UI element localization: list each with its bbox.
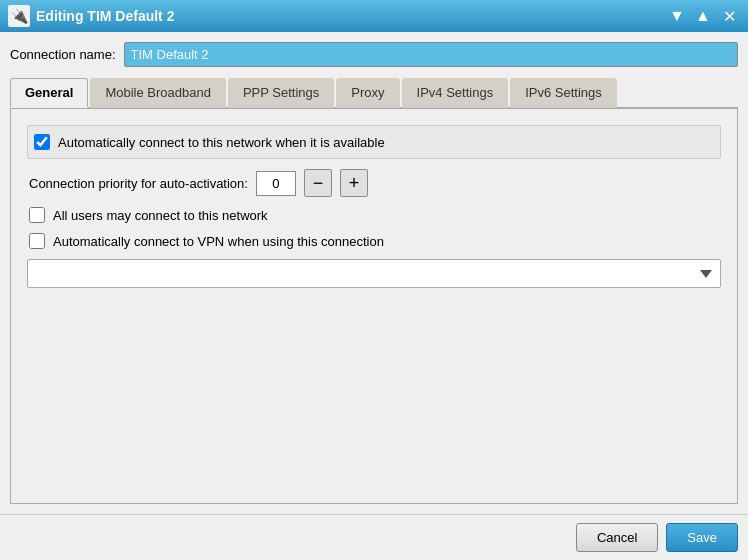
minimize-button[interactable]: ▼ [666, 5, 688, 27]
auto-connect-checkbox[interactable] [34, 134, 50, 150]
app-icon: 🔌 [8, 5, 30, 27]
window-title: Editing TIM Default 2 [36, 8, 174, 24]
save-button[interactable]: Save [666, 523, 738, 552]
connection-name-row: Connection name: [10, 42, 738, 67]
auto-vpn-checkbox[interactable] [29, 233, 45, 249]
vpn-dropdown[interactable] [27, 259, 721, 288]
auto-connect-label[interactable]: Automatically connect to this network wh… [58, 135, 385, 150]
decrement-button[interactable]: − [304, 169, 332, 197]
auto-connect-row: Automatically connect to this network wh… [27, 125, 721, 159]
connection-name-input[interactable] [124, 42, 738, 67]
close-button[interactable]: ✕ [718, 5, 740, 27]
tab-ipv4-settings[interactable]: IPv4 Settings [402, 78, 509, 108]
connection-name-label: Connection name: [10, 47, 116, 62]
all-users-label[interactable]: All users may connect to this network [53, 208, 268, 223]
tabs-bar: General Mobile Broadband PPP Settings Pr… [10, 77, 738, 109]
cancel-button[interactable]: Cancel [576, 523, 658, 552]
maximize-button[interactable]: ▲ [692, 5, 714, 27]
bottom-bar: Cancel Save [0, 514, 748, 560]
titlebar-controls: ▼ ▲ ✕ [666, 5, 740, 27]
vpn-dropdown-wrapper [27, 259, 721, 288]
tab-ppp-settings[interactable]: PPP Settings [228, 78, 334, 108]
increment-button[interactable]: + [340, 169, 368, 197]
auto-vpn-row: Automatically connect to VPN when using … [27, 233, 721, 249]
tab-content-general: Automatically connect to this network wh… [10, 109, 738, 504]
priority-row: Connection priority for auto-activation:… [27, 169, 721, 197]
spacer [27, 298, 721, 487]
titlebar: 🔌 Editing TIM Default 2 ▼ ▲ ✕ [0, 0, 748, 32]
all-users-row: All users may connect to this network [27, 207, 721, 223]
priority-input[interactable] [256, 171, 296, 196]
window-body: Connection name: General Mobile Broadban… [0, 32, 748, 514]
tab-general[interactable]: General [10, 78, 88, 108]
auto-vpn-label[interactable]: Automatically connect to VPN when using … [53, 234, 384, 249]
tab-proxy[interactable]: Proxy [336, 78, 399, 108]
priority-label: Connection priority for auto-activation: [29, 176, 248, 191]
titlebar-left: 🔌 Editing TIM Default 2 [8, 5, 174, 27]
tab-ipv6-settings[interactable]: IPv6 Settings [510, 78, 617, 108]
tab-mobile-broadband[interactable]: Mobile Broadband [90, 78, 226, 108]
all-users-checkbox[interactable] [29, 207, 45, 223]
